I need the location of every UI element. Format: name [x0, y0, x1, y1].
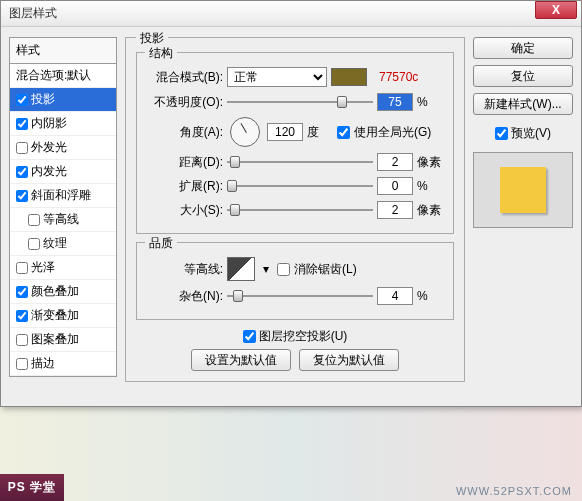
- checkbox-texture[interactable]: [28, 238, 40, 250]
- checkbox-bevel[interactable]: [16, 190, 28, 202]
- distance-label: 距离(D):: [147, 154, 223, 171]
- window-title: 图层样式: [5, 5, 535, 22]
- style-item-drop-shadow[interactable]: 投影: [10, 88, 116, 112]
- checkbox-pattern-overlay[interactable]: [16, 334, 28, 346]
- noise-unit: %: [417, 289, 443, 303]
- distance-slider[interactable]: [227, 154, 373, 170]
- styles-header: 样式: [10, 38, 116, 64]
- style-item-inner-shadow[interactable]: 内阴影: [10, 112, 116, 136]
- angle-label: 角度(A):: [147, 124, 223, 141]
- style-item-contour[interactable]: 等高线: [10, 208, 116, 232]
- knockout-checkbox[interactable]: [243, 330, 256, 343]
- checkbox-inner-glow[interactable]: [16, 166, 28, 178]
- checkbox-stroke[interactable]: [16, 358, 28, 370]
- checkbox-gradient-overlay[interactable]: [16, 310, 28, 322]
- noise-label: 杂色(N):: [147, 288, 223, 305]
- layer-style-dialog: 图层样式 X 样式 混合选项:默认 投影 内阴影 外发光 内发光 斜面和浮雕 等…: [0, 0, 582, 407]
- contour-label: 等高线:: [147, 261, 223, 278]
- antialias-label: 消除锯齿(L): [294, 261, 357, 278]
- close-button[interactable]: X: [535, 1, 577, 19]
- style-item-pattern-overlay[interactable]: 图案叠加: [10, 328, 116, 352]
- blend-mode-label: 混合模式(B):: [147, 69, 223, 86]
- style-item-texture[interactable]: 纹理: [10, 232, 116, 256]
- noise-input[interactable]: [377, 287, 413, 305]
- reset-default-button[interactable]: 复位为默认值: [299, 349, 399, 371]
- angle-unit: 度: [307, 124, 333, 141]
- size-input[interactable]: [377, 201, 413, 219]
- size-unit: 像素: [417, 202, 443, 219]
- set-default-button[interactable]: 设置为默认值: [191, 349, 291, 371]
- angle-dial[interactable]: [230, 117, 260, 147]
- styles-list-panel: 样式 混合选项:默认 投影 内阴影 外发光 内发光 斜面和浮雕 等高线 纹理 光…: [9, 37, 117, 390]
- opacity-label: 不透明度(O):: [147, 94, 223, 111]
- cancel-button[interactable]: 复位: [473, 65, 573, 87]
- spread-label: 扩展(R):: [147, 178, 223, 195]
- checkbox-drop-shadow[interactable]: [16, 94, 28, 106]
- shadow-color-swatch[interactable]: [331, 68, 367, 86]
- structure-title: 结构: [145, 45, 177, 62]
- spread-unit: %: [417, 179, 443, 193]
- style-item-satin[interactable]: 光泽: [10, 256, 116, 280]
- titlebar: 图层样式 X: [1, 1, 581, 27]
- structure-fieldset: 结构 混合模式(B): 正常 77570c 不透明度(O): %: [136, 52, 454, 234]
- shadow-color-hex: 77570c: [379, 70, 418, 84]
- style-item-blend-options[interactable]: 混合选项:默认: [10, 64, 116, 88]
- quality-title: 品质: [145, 235, 177, 252]
- antialias-checkbox[interactable]: [277, 263, 290, 276]
- chevron-down-icon[interactable]: ▾: [259, 262, 273, 276]
- knockout-label: 图层挖空投影(U): [259, 328, 348, 345]
- preview-label: 预览(V): [511, 125, 551, 142]
- distance-input[interactable]: [377, 153, 413, 171]
- spread-input[interactable]: [377, 177, 413, 195]
- use-global-light-checkbox[interactable]: [337, 126, 350, 139]
- checkbox-contour[interactable]: [28, 214, 40, 226]
- preview-box: [473, 152, 573, 228]
- angle-input[interactable]: [267, 123, 303, 141]
- contour-picker[interactable]: [227, 257, 255, 281]
- watermark-url: WWW.52PSXT.COM: [456, 485, 572, 497]
- quality-fieldset: 品质 等高线: ▾ 消除锯齿(L) 杂色(N): %: [136, 242, 454, 320]
- style-item-inner-glow[interactable]: 内发光: [10, 160, 116, 184]
- style-item-outer-glow[interactable]: 外发光: [10, 136, 116, 160]
- close-icon: X: [552, 3, 560, 17]
- opacity-input[interactable]: [377, 93, 413, 111]
- spread-slider[interactable]: [227, 178, 373, 194]
- right-panel: 确定 复位 新建样式(W)... 预览(V): [473, 37, 573, 390]
- ok-button[interactable]: 确定: [473, 37, 573, 59]
- size-label: 大小(S):: [147, 202, 223, 219]
- effect-fieldset: 投影 结构 混合模式(B): 正常 77570c 不透明度(O): %: [125, 37, 465, 382]
- style-item-stroke[interactable]: 描边: [10, 352, 116, 376]
- style-item-color-overlay[interactable]: 颜色叠加: [10, 280, 116, 304]
- logo-badge: PS 学堂: [0, 474, 64, 501]
- preview-checkbox[interactable]: [495, 127, 508, 140]
- style-item-gradient-overlay[interactable]: 渐变叠加: [10, 304, 116, 328]
- style-item-bevel[interactable]: 斜面和浮雕: [10, 184, 116, 208]
- noise-slider[interactable]: [227, 288, 373, 304]
- checkbox-outer-glow[interactable]: [16, 142, 28, 154]
- blend-mode-select[interactable]: 正常: [227, 67, 327, 87]
- checkbox-color-overlay[interactable]: [16, 286, 28, 298]
- new-style-button[interactable]: 新建样式(W)...: [473, 93, 573, 115]
- checkbox-inner-shadow[interactable]: [16, 118, 28, 130]
- distance-unit: 像素: [417, 154, 443, 171]
- opacity-unit: %: [417, 95, 443, 109]
- effect-settings-panel: 投影 结构 混合模式(B): 正常 77570c 不透明度(O): %: [125, 37, 465, 390]
- opacity-slider[interactable]: [227, 94, 373, 110]
- use-global-light-label: 使用全局光(G): [354, 124, 431, 141]
- size-slider[interactable]: [227, 202, 373, 218]
- checkbox-satin[interactable]: [16, 262, 28, 274]
- preview-swatch: [500, 167, 546, 213]
